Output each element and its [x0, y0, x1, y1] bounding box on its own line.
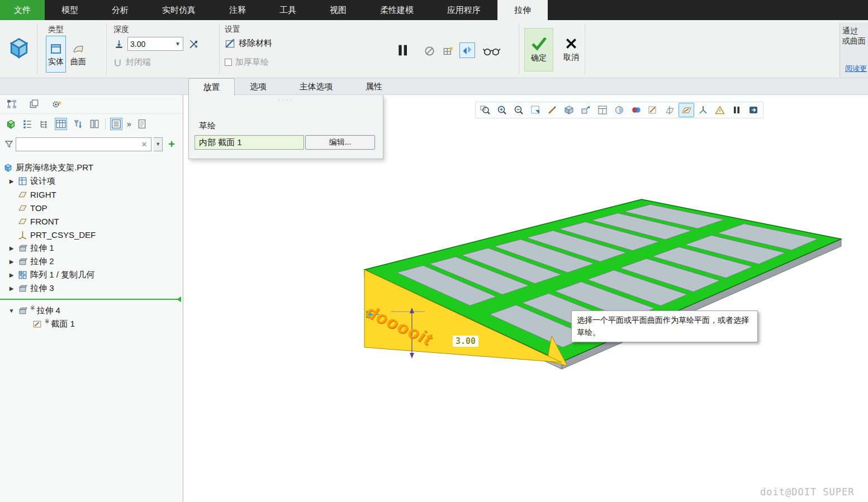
view-manager-icon[interactable]	[595, 103, 610, 117]
ribbon-separator	[585, 23, 585, 74]
tree-search-input[interactable]	[18, 140, 139, 149]
menu-item-extrude-active[interactable]: 拉伸	[497, 0, 548, 20]
tab-body-options[interactable]: 主体选项	[282, 78, 350, 95]
column-select-icon[interactable]	[88, 118, 101, 130]
tree-item-front-plane[interactable]: FRONT	[0, 214, 183, 228]
zoom-window-icon[interactable]	[477, 103, 493, 117]
sponge-rack-model[interactable]	[364, 199, 841, 369]
capped-ends-toggle[interactable]: 封闭端	[113, 57, 151, 68]
add-filter-icon[interactable]: +	[165, 138, 178, 151]
model-tree-icon[interactable]	[4, 118, 17, 130]
tree-item-right-plane[interactable]: RIGHT	[0, 188, 183, 201]
settings-gear-icon[interactable]	[50, 98, 63, 111]
thicken-sketch-toggle[interactable]: 加厚草绘	[225, 57, 269, 68]
report-icon[interactable]	[136, 118, 148, 130]
section-icon[interactable]	[611, 103, 627, 117]
collapse-arrow-icon[interactable]: ▼	[8, 308, 15, 314]
help-line1: 通过	[842, 26, 866, 36]
zoom-out-icon[interactable]	[511, 103, 527, 117]
menu-item-view[interactable]: 视图	[313, 0, 363, 20]
menu-item-model[interactable]: 模型	[45, 0, 95, 20]
tree-item-extrude-4[interactable]: ▼ ※ 拉伸 4	[0, 304, 183, 317]
edit-sketch-button[interactable]: 编辑...	[305, 135, 375, 150]
tree-columns-icon[interactable]	[55, 118, 67, 130]
tab-properties[interactable]: 属性	[350, 78, 397, 95]
confirm-button[interactable]: 确定	[524, 28, 553, 71]
menu-item-analysis[interactable]: 分析	[95, 0, 145, 20]
datum-display-icon[interactable]	[662, 103, 677, 117]
sketch-display-icon[interactable]	[645, 103, 661, 117]
pause-icon[interactable]	[729, 103, 744, 117]
menu-item-annotate[interactable]: 注释	[212, 0, 263, 20]
flip-direction-button[interactable]	[187, 37, 201, 51]
menu-item-applications[interactable]: 应用程序	[430, 0, 497, 20]
solid-type-button[interactable]: 实体	[46, 36, 66, 73]
attached-preview-button[interactable]	[459, 42, 475, 58]
thicken-checkbox[interactable]	[225, 59, 232, 66]
window-panes-icon[interactable]	[28, 98, 40, 111]
sketch-plane-display-icon[interactable]	[679, 103, 694, 117]
ribbon-separator	[219, 23, 220, 74]
pause-button[interactable]	[393, 41, 411, 59]
remove-material-toggle[interactable]: 移除材料	[225, 38, 272, 49]
menu-item-tools[interactable]: 工具	[263, 0, 313, 20]
detail-view-icon[interactable]	[110, 118, 122, 130]
filter-funnel-icon[interactable]	[4, 140, 13, 149]
tree-item-top-plane[interactable]: TOP	[0, 201, 183, 214]
surface-type-button[interactable]: 曲面	[68, 36, 88, 73]
expand-arrow-icon[interactable]: ▶	[8, 259, 15, 265]
sort-filter-icon[interactable]	[72, 118, 84, 130]
sketch-collector-field[interactable]: 内部 截面 1	[195, 135, 304, 150]
capped-ends-icon	[113, 58, 122, 67]
tab-placement[interactable]: 放置	[188, 78, 235, 95]
clear-search-icon[interactable]: ✕	[139, 140, 149, 149]
read-more-link[interactable]: 阅读更	[845, 64, 867, 74]
tree-list-icon[interactable]	[21, 118, 34, 130]
menu-item-live-sim[interactable]: 实时仿真	[145, 0, 212, 20]
unattached-preview-button[interactable]	[440, 44, 455, 58]
expand-arrow-icon[interactable]: ▶	[8, 178, 15, 184]
tree-item-extrude-1[interactable]: ▶ 拉伸 1	[0, 241, 183, 255]
tree-item-csys[interactable]: PRT_CSYS_DEF	[0, 228, 183, 241]
search-dropdown-icon[interactable]: ▼	[154, 137, 163, 151]
tree-item-design-items[interactable]: ▶ 设计项	[0, 174, 183, 188]
depth-dimension[interactable]: 3.00	[453, 336, 478, 347]
navigator-tree-icon[interactable]	[6, 98, 18, 111]
refit-icon[interactable]	[528, 103, 543, 117]
layer-tree-icon[interactable]	[38, 118, 50, 130]
tab-options[interactable]: 选项	[235, 78, 282, 95]
more-chevron-icon[interactable]: »	[127, 119, 131, 128]
solid-icon	[49, 42, 63, 55]
tree-item-extrude-2[interactable]: ▶ 拉伸 2	[0, 255, 183, 268]
solid-type-label: 实体	[48, 57, 64, 67]
saved-orientations-icon[interactable]	[578, 103, 594, 117]
pattern-icon	[18, 270, 27, 280]
extrude-icon	[18, 257, 27, 266]
display-style-icon[interactable]	[561, 103, 577, 117]
graphics-toolbar	[475, 102, 763, 118]
menu-file-button[interactable]: 文件	[0, 0, 45, 20]
no-preview-button[interactable]	[422, 44, 437, 58]
expand-arrow-icon[interactable]: ▶	[8, 285, 15, 291]
tree-item-section-1[interactable]: ※ 截面 1	[0, 317, 183, 331]
tree-item-pattern-1[interactable]: ▶ 阵列 1 / 复制几何	[0, 268, 183, 281]
menu-item-flexible-modeling[interactable]: 柔性建模	[363, 0, 430, 20]
depth-dropdown-icon[interactable]: ▼	[175, 41, 181, 47]
cancel-button[interactable]: 取消	[557, 28, 586, 71]
zoom-in-icon[interactable]	[494, 103, 510, 117]
expand-arrow-icon[interactable]: ▶	[8, 245, 15, 251]
exit-icon[interactable]	[746, 103, 761, 117]
tree-root-part[interactable]: 厨房海绵块支架.PRT	[0, 161, 183, 174]
panel-grip-handle[interactable]: ····	[189, 95, 383, 103]
tree-item-extrude-3[interactable]: ▶ 拉伸 3	[0, 281, 183, 295]
annotation-display-icon[interactable]	[712, 103, 728, 117]
insertion-indicator[interactable]	[0, 299, 181, 300]
verify-button[interactable]	[482, 45, 502, 58]
tree-filter-row: ✕ ▼ +	[0, 134, 183, 154]
spin-center-icon[interactable]	[695, 103, 711, 117]
expand-arrow-icon[interactable]: ▶	[8, 272, 15, 278]
appearance-icon[interactable]	[628, 103, 644, 117]
depth-option-button[interactable]	[112, 37, 126, 51]
repaint-icon[interactable]	[544, 103, 560, 117]
depth-value-input[interactable]: 3.00 ▼	[127, 37, 183, 51]
